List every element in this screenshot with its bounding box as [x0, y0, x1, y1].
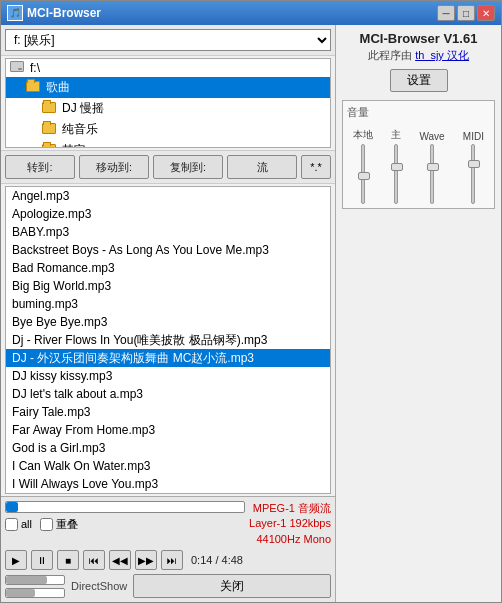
all-checkbox[interactable]: [5, 518, 18, 531]
tree-item-other-label: 其它: [62, 142, 86, 148]
progress-bar[interactable]: [5, 501, 245, 513]
repeat-label: 重叠: [56, 517, 78, 532]
file-item[interactable]: Bad Romance.mp3: [6, 259, 330, 277]
move-to-button[interactable]: 移动到:: [79, 155, 149, 179]
rewind-button[interactable]: ◀◀: [109, 550, 131, 570]
file-item[interactable]: Big Big World.mp3: [6, 277, 330, 295]
file-item[interactable]: Apologize.mp3: [6, 205, 330, 223]
file-item[interactable]: God is a Girl.mp3: [6, 439, 330, 457]
play-button[interactable]: ▶: [5, 550, 27, 570]
stream-button[interactable]: 流: [227, 155, 297, 179]
drive-select[interactable]: f: [娱乐]: [5, 29, 331, 51]
slider-main: 主: [391, 128, 401, 204]
slider-midi-track[interactable]: [471, 144, 475, 204]
app-icon: 🎵: [7, 5, 23, 21]
volume-fill-2: [6, 589, 35, 597]
titlebar: 🎵 MCI-Browser ─ □ ✕: [1, 1, 501, 25]
file-item[interactable]: Fairy Tale.mp3: [6, 403, 330, 421]
all-checkbox-label[interactable]: all: [5, 518, 32, 531]
copy-to-button[interactable]: 复制到:: [153, 155, 223, 179]
minimize-button[interactable]: ─: [437, 5, 455, 21]
file-item[interactable]: Ice Mc - Think About The Way - Dj版.mp3: [6, 493, 330, 494]
window-title: MCI-Browser: [27, 6, 437, 20]
file-item[interactable]: Bye Bye Bye.mp3: [6, 313, 330, 331]
file-item[interactable]: Angel.mp3: [6, 187, 330, 205]
tree-item-other[interactable]: 其它: [6, 140, 330, 148]
file-item[interactable]: buming.mp3: [6, 295, 330, 313]
settings-button[interactable]: 设置: [390, 69, 448, 92]
slider-local: 本地: [353, 128, 373, 204]
file-item[interactable]: Backstreet Boys - As Long As You Love Me…: [6, 241, 330, 259]
info-line3: 44100Hz Mono: [249, 532, 331, 547]
slider-wave-label: Wave: [419, 131, 444, 142]
close-button[interactable]: ✕: [477, 5, 495, 21]
tree-item-dj-slow-label: DJ 慢摇: [62, 100, 104, 117]
tree-item-dj-slow[interactable]: DJ 慢摇: [6, 98, 330, 119]
slider-midi: MIDI: [463, 131, 484, 204]
tree-item-songs-label: 歌曲: [46, 79, 70, 96]
slider-main-track[interactable]: [394, 144, 398, 204]
slider-wave-track[interactable]: [430, 144, 434, 204]
volume-slider-2[interactable]: [5, 588, 65, 598]
all-label: all: [21, 518, 32, 530]
credit-text: 此程序由: [368, 49, 415, 61]
volume-fill-1: [6, 576, 47, 584]
bottom-section: all 重叠 MPEG-1 音频流 Layer-1 192kbps 44100H…: [1, 496, 335, 602]
volume-sliders: 本地 主 Wave: [347, 124, 490, 204]
folder-icon: [42, 144, 56, 149]
slider-main-label: 主: [391, 128, 401, 142]
time-display: 0:14 / 4:48: [191, 554, 243, 566]
slider-local-track[interactable]: [361, 144, 365, 204]
volume-section: 音量 本地 主: [342, 100, 495, 209]
checkbox-row: all 重叠: [5, 517, 245, 532]
stop-button[interactable]: ■: [57, 550, 79, 570]
tree-view[interactable]: f:\ 歌曲 DJ 慢摇: [5, 58, 331, 148]
slider-local-thumb[interactable]: [358, 172, 370, 180]
slider-wave-thumb[interactable]: [427, 163, 439, 171]
file-item[interactable]: DJ kissy kissy.mp3: [6, 367, 330, 385]
repeat-checkbox[interactable]: [40, 518, 53, 531]
next-track-button[interactable]: ⏭: [161, 550, 183, 570]
slider-midi-label: MIDI: [463, 131, 484, 142]
volume-slider-1[interactable]: [5, 575, 65, 585]
slider-main-thumb[interactable]: [391, 163, 403, 171]
slider-midi-thumb[interactable]: [468, 160, 480, 168]
file-item[interactable]: BABY.mp3: [6, 223, 330, 241]
repeat-checkbox-label[interactable]: 重叠: [40, 517, 78, 532]
action-buttons-row: 转到: 移动到: 复制到: 流 *.*: [1, 150, 335, 184]
maximize-button[interactable]: □: [457, 5, 475, 21]
credit-line: 此程序由 th_sjy 汉化: [342, 48, 495, 63]
tree-item-songs[interactable]: 歌曲: [6, 77, 330, 98]
volume-title: 音量: [347, 105, 490, 120]
file-list[interactable]: Angel.mp3Apologize.mp3BABY.mp3Backstreet…: [5, 186, 331, 494]
file-item[interactable]: Far Away From Home.mp3: [6, 421, 330, 439]
file-item[interactable]: DJ - 外汉乐团间奏架构版舞曲 MC赵小流.mp3: [6, 349, 330, 367]
tree-item-root[interactable]: f:\: [6, 59, 330, 77]
goto-button[interactable]: 转到:: [5, 155, 75, 179]
folder-icon: [42, 102, 56, 113]
directshow-label: DirectShow: [71, 580, 127, 592]
pause-button[interactable]: ⏸: [31, 550, 53, 570]
hdd-icon: [10, 61, 24, 72]
folder-icon: [42, 123, 56, 134]
close-bottom-button[interactable]: 关闭: [133, 574, 331, 598]
volume-mini: [5, 575, 65, 598]
slider-wave: Wave: [419, 131, 444, 204]
playback-info: MPEG-1 音频流 Layer-1 192kbps 44100Hz Mono: [249, 501, 331, 547]
version-label: MCI-Browser V1.61: [342, 31, 495, 46]
titlebar-buttons: ─ □ ✕: [437, 5, 495, 21]
info-line1: MPEG-1 音频流: [249, 501, 331, 516]
prev-track-button[interactable]: ⏮: [83, 550, 105, 570]
credit-link[interactable]: th_sjy 汉化: [415, 49, 469, 61]
file-item[interactable]: I Will Always Love You.mp3: [6, 475, 330, 493]
file-item[interactable]: I Can Walk On Water.mp3: [6, 457, 330, 475]
left-panel: f: [娱乐] f:\ 歌曲: [1, 25, 336, 602]
file-item[interactable]: Dj - River Flows In You(唯美披散 极品钢琴).mp3: [6, 331, 330, 349]
right-panel: MCI-Browser V1.61 此程序由 th_sjy 汉化 设置 音量 本…: [336, 25, 501, 602]
wildcard-button[interactable]: *.*: [301, 155, 331, 179]
slider-local-label: 本地: [353, 128, 373, 142]
file-item[interactable]: DJ let's talk about a.mp3: [6, 385, 330, 403]
main-content: f: [娱乐] f:\ 歌曲: [1, 25, 501, 602]
fast-forward-button[interactable]: ▶▶: [135, 550, 157, 570]
tree-item-instrumental[interactable]: 纯音乐: [6, 119, 330, 140]
